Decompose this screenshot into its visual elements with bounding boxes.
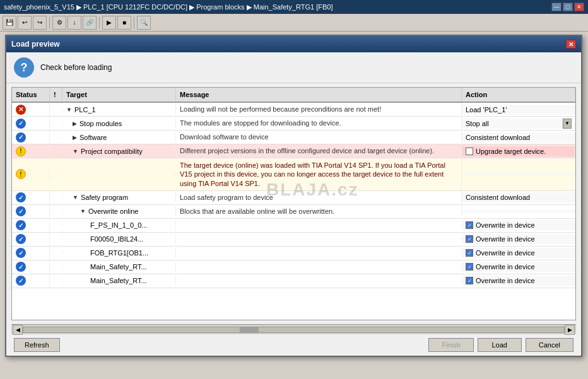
- maximize-button[interactable]: □: [563, 3, 573, 11]
- expand-arrow[interactable]: ▼: [80, 208, 86, 214]
- toolbar-online-btn[interactable]: 🔗: [83, 16, 97, 30]
- expand-arrow[interactable]: ▶: [73, 134, 77, 141]
- row1-dropdown-btn[interactable]: ▼: [563, 119, 575, 129]
- row3-message: Different project versions in the offlin…: [176, 145, 462, 156]
- row1-message-text: The modules are stopped for downloading …: [180, 119, 341, 127]
- toolbar-download-btn[interactable]: ↓: [68, 16, 81, 30]
- dialog-header-text: Check before loading: [40, 63, 112, 72]
- row3-message-text: Different project versions in the offlin…: [180, 146, 434, 155]
- table-header: Status ! Target Message Action: [12, 88, 575, 103]
- row10-action-text: Overwrite in device: [476, 263, 535, 271]
- status-ok-icon: ✓: [16, 262, 26, 272]
- row4-message-text: The target device (online) was loaded wi…: [180, 161, 457, 188]
- row9-message: [176, 252, 462, 254]
- expand-arrow[interactable]: ▼: [66, 107, 72, 113]
- question-icon: ?: [14, 57, 34, 78]
- col-message: Message: [176, 88, 462, 102]
- row6-message-text: Blocks that are available online will be…: [180, 207, 334, 216]
- minimize-button[interactable]: —: [551, 3, 562, 11]
- row11-target: Main_Safety_RT...: [62, 276, 176, 286]
- status-ok-icon: ✓: [16, 206, 26, 216]
- row11-status: ✓: [12, 274, 50, 287]
- row9-excl: [50, 252, 62, 254]
- row7-message: [176, 224, 462, 226]
- toolbar-compile-btn[interactable]: ⚙: [52, 16, 66, 30]
- h-scroll-thumb[interactable]: [240, 327, 259, 332]
- toolbar-start-btn[interactable]: ▶: [102, 16, 116, 30]
- table-row: ✓ F00050_IBIL24... ✓ Overwrite in device: [12, 233, 575, 247]
- table-row: ✓ ▶ Stop modules The modules are stopped…: [12, 117, 575, 131]
- row3-checkbox-cell[interactable]: Upgrade target device.: [466, 148, 546, 155]
- dialog-footer: Refresh Finish Load Cancel: [6, 334, 581, 356]
- row0-message: Loading will not be performed because pr…: [176, 103, 462, 115]
- row8-target-text: F00050_IBIL24...: [90, 235, 143, 243]
- finish-button[interactable]: Finish: [428, 338, 473, 352]
- table-body[interactable]: ✕ ▼ PLC_1 Loading will not be performed …: [12, 103, 575, 320]
- h-scroll-track[interactable]: [23, 327, 565, 333]
- row3-checkbox[interactable]: [466, 148, 473, 155]
- refresh-button[interactable]: Refresh: [14, 338, 60, 352]
- toolbar-redo-btn[interactable]: ↪: [33, 16, 47, 30]
- row9-action-text: Overwrite in device: [476, 249, 535, 257]
- row6-excl: [50, 210, 62, 213]
- toolbar-stop-btn[interactable]: ■: [117, 16, 131, 30]
- row11-action: ✓ Overwrite in device: [462, 276, 575, 286]
- horizontal-scrollbar[interactable]: ◀ ▶: [11, 324, 576, 334]
- row8-action: ✓ Overwrite in device: [462, 234, 575, 244]
- row1-excl: [50, 122, 62, 125]
- scroll-left-btn[interactable]: ◀: [13, 325, 23, 335]
- row9-checkbox[interactable]: ✓: [466, 249, 473, 257]
- table-row: ! ▼ Project compatibility Different proj…: [12, 144, 575, 158]
- row2-message: Download software to device: [176, 131, 462, 143]
- row0-target: ▼ PLC_1: [62, 105, 176, 115]
- row8-target: F00050_IBIL24...: [62, 234, 176, 244]
- row11-excl: [50, 279, 62, 282]
- row1-message: The modules are stopped for downloading …: [176, 117, 462, 129]
- row11-checkbox-cell[interactable]: ✓ Overwrite in device: [466, 277, 535, 284]
- row11-message: [176, 279, 462, 282]
- row6-target-text: Overwrite online: [88, 207, 138, 215]
- row5-action: Consistent download: [462, 192, 575, 202]
- expand-arrow[interactable]: ▼: [73, 194, 78, 201]
- row11-target-text: Main_Safety_RT...: [90, 277, 147, 284]
- row11-checkbox[interactable]: ✓: [466, 277, 473, 284]
- status-ok-icon: ✓: [16, 132, 26, 143]
- row10-checkbox-cell[interactable]: ✓ Overwrite in device: [466, 263, 535, 271]
- row8-checkbox[interactable]: ✓: [466, 235, 473, 243]
- row10-status: ✓: [12, 260, 50, 273]
- row5-target-text: Safety program: [81, 194, 128, 201]
- dialog-close-button[interactable]: ✕: [566, 40, 576, 49]
- row7-target: F_PS_IN_1_0_0...: [62, 220, 176, 230]
- close-window-button[interactable]: ✕: [574, 3, 584, 11]
- row7-checkbox[interactable]: ✓: [466, 221, 473, 229]
- toolbar-undo-btn[interactable]: ↩: [18, 16, 32, 30]
- row10-target-text: Main_Safety_RT...: [90, 263, 147, 271]
- status-ok-icon: ✓: [16, 119, 26, 129]
- toolbar-search-btn[interactable]: 🔍: [137, 16, 151, 30]
- row5-target: ▼ Safety program: [62, 192, 176, 202]
- row8-action-text: Overwrite in device: [476, 235, 535, 243]
- row10-target: Main_Safety_RT...: [62, 262, 176, 272]
- row0-target-text: PLC_1: [74, 106, 96, 114]
- row2-target: ▶ Software: [62, 132, 176, 143]
- row8-checkbox-cell[interactable]: ✓ Overwrite in device: [466, 235, 535, 243]
- row1-action: Stop all: [462, 119, 563, 129]
- load-button[interactable]: Load: [478, 338, 522, 352]
- expand-arrow[interactable]: ▶: [73, 120, 77, 127]
- cancel-button[interactable]: Cancel: [526, 338, 573, 352]
- row2-action: Consistent download: [462, 132, 575, 143]
- row4-action: [462, 173, 575, 175]
- expand-arrow[interactable]: ▼: [73, 148, 78, 155]
- row9-checkbox-cell[interactable]: ✓ Overwrite in device: [466, 249, 535, 257]
- row10-checkbox[interactable]: ✓: [466, 263, 473, 271]
- row6-message: Blocks that are available online will be…: [176, 206, 462, 217]
- row2-excl: [50, 136, 62, 139]
- row7-status: ✓: [12, 219, 50, 231]
- row0-message-text: Loading will not be performed because pr…: [180, 105, 381, 114]
- row7-checkbox-cell[interactable]: ✓ Overwrite in device: [466, 221, 535, 229]
- row1-action-dropdown[interactable]: Stop all: [466, 120, 489, 127]
- toolbar-save-btn[interactable]: 💾: [3, 16, 16, 30]
- scroll-right-btn[interactable]: ▶: [565, 325, 575, 335]
- row4-excl: [50, 173, 62, 175]
- dropdown-arrow-icon[interactable]: ▼: [563, 119, 572, 129]
